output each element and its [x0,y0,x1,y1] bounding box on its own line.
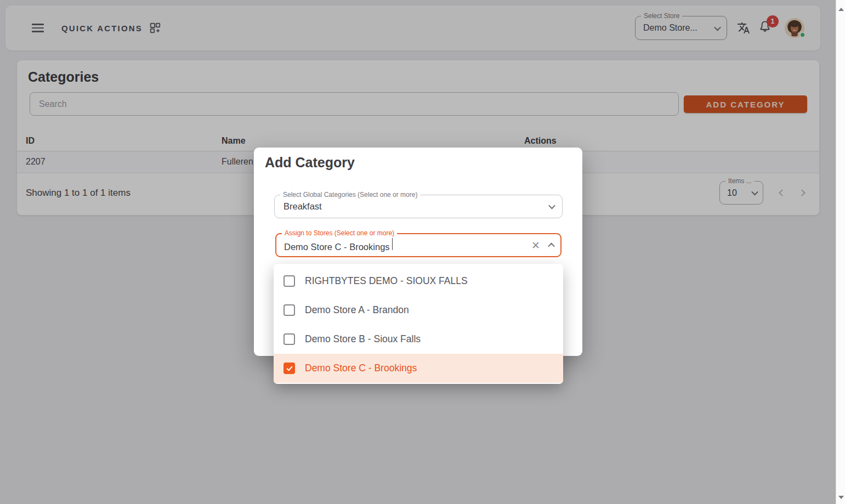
store-options-dropdown: RIGHTBYTES DEMO - SIOUX FALLS Demo Store… [274,264,563,384]
store-option-label: Demo Store C - Brookings [305,363,417,374]
store-option-label: Demo Store B - Sioux Falls [305,333,421,345]
store-option-label: RIGHTBYTES DEMO - SIOUX FALLS [305,275,468,287]
checkbox-icon[interactable] [283,333,295,345]
modal-title: Add Category [265,155,355,171]
scroll-up-arrow[interactable] [836,4,845,14]
checkbox-icon[interactable] [283,304,295,316]
assign-stores-label: Assign to Stores (Select one or more) [282,229,397,237]
store-option[interactable]: Demo Store A - Brandon [274,296,563,325]
store-option[interactable]: Demo Store C - Brookings [274,354,563,383]
global-categories-select[interactable]: Select Global Categories (Select one or … [274,195,563,218]
vertical-scrollbar[interactable] [836,0,845,504]
checkbox-icon[interactable] [283,275,295,287]
text-cursor [392,238,393,250]
store-option[interactable]: RIGHTBYTES DEMO - SIOUX FALLS [274,267,563,296]
assign-stores-value: Demo Store C - Brookings [284,238,531,252]
global-categories-value: Breakfast [283,201,549,212]
assign-stores-select[interactable]: Assign to Stores (Select one or more) De… [275,233,562,257]
clear-icon[interactable]: ✕ [531,240,540,251]
chevron-down-icon [548,202,555,209]
global-categories-label: Select Global Categories (Select one or … [280,191,420,199]
app-root: QUICK ACTIONS Select Store Demo Store... [0,0,845,504]
chevron-up-icon[interactable] [548,242,555,250]
store-option-label: Demo Store A - Brandon [305,304,409,316]
checkbox-checked-icon[interactable] [283,363,295,374]
store-option[interactable]: Demo Store B - Sioux Falls [274,325,563,354]
scroll-down-arrow[interactable] [836,492,845,502]
